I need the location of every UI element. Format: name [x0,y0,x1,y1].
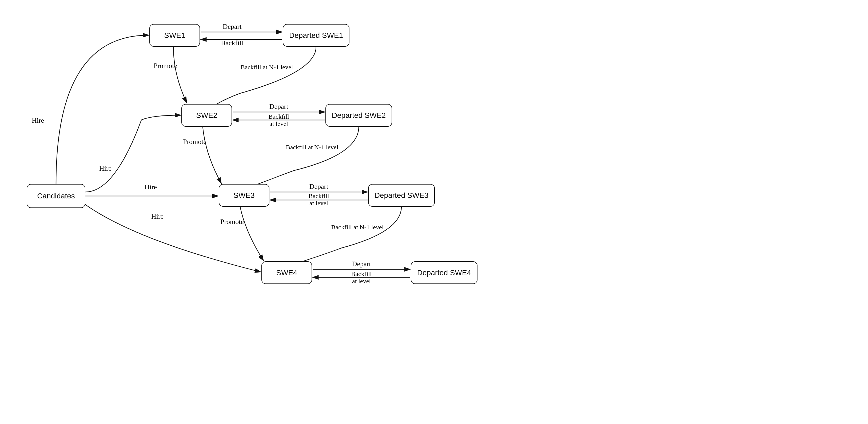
candidates-label: Candidates [37,192,75,200]
swe4-label: SWE4 [276,268,297,277]
departed-swe2-label: Departed SWE2 [332,111,386,120]
svg-text:Backfill: Backfill [221,39,243,47]
svg-text:Backfill at N-1 level: Backfill at N-1 level [286,144,339,151]
svg-text:at level: at level [309,200,328,207]
departed-swe1-label: Departed SWE1 [289,31,343,40]
svg-text:Promote: Promote [183,138,207,145]
svg-text:at level: at level [270,120,288,127]
swe1-node: SWE1 [149,24,200,47]
swe3-node: SWE3 [219,184,270,207]
svg-text:Hire: Hire [145,183,157,191]
svg-text:Backfill: Backfill [308,193,329,199]
candidates-node: Candidates [27,184,85,208]
swe1-label: SWE1 [164,31,185,40]
svg-text:at level: at level [352,278,371,285]
departed-swe4-node: Departed SWE4 [411,261,477,284]
svg-text:Backfill at N-1 level: Backfill at N-1 level [331,224,384,231]
swe4-node: SWE4 [261,261,312,284]
svg-text:Depart: Depart [223,23,242,30]
departed-swe3-label: Departed SWE3 [374,191,428,200]
departed-swe2-node: Departed SWE2 [326,104,392,127]
svg-text:Depart: Depart [352,260,371,268]
departed-swe4-label: Departed SWE4 [417,268,471,277]
svg-text:Depart: Depart [309,183,329,190]
svg-text:Hire: Hire [151,213,163,220]
svg-text:Backfill at N-1 level: Backfill at N-1 level [241,64,293,71]
svg-text:Promote: Promote [220,218,244,226]
svg-text:Hire: Hire [99,165,112,172]
swe2-label: SWE2 [196,111,217,120]
svg-text:Hire: Hire [32,117,44,124]
departed-swe1-node: Departed SWE1 [283,24,349,47]
svg-text:Backfill: Backfill [268,113,289,120]
svg-text:Depart: Depart [270,103,289,110]
departed-swe3-node: Departed SWE3 [368,184,435,207]
svg-text:Promote: Promote [154,62,177,70]
swe2-node: SWE2 [181,104,232,127]
svg-text:Backfill: Backfill [351,270,372,277]
swe3-label: SWE3 [234,191,254,200]
